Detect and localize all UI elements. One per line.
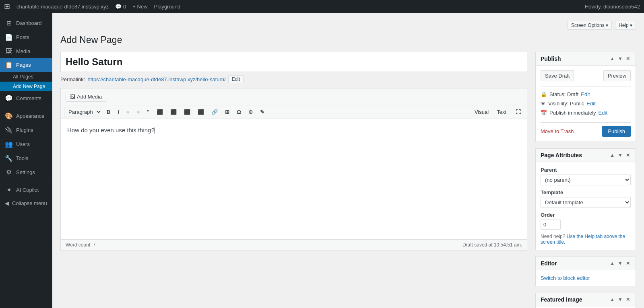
help-tab-link[interactable]: Use the Help tab above the screen title.	[541, 234, 625, 245]
admin-bar: ⊞ charitable-macaque-dfde87.instawp.xyz …	[0, 0, 644, 13]
fullscreen-button[interactable]: ⛶	[513, 107, 524, 117]
sidebar-item-ai-copilot[interactable]: ✦ AI Copilot	[0, 183, 52, 197]
collapse-down-icon-4[interactable]: ▼	[617, 297, 623, 302]
add-media-icon: 🖼	[70, 94, 75, 100]
status-label: Status: Draft	[549, 91, 578, 97]
editor-toolbar: Paragraph B I ≡ ≡ " ⬛ ⬛ ⬛ ⬛ 🔗 ⊞ Ω	[60, 105, 527, 119]
main-wrapper: ⊞ Dashboard 📄 Posts 🖼 Media 📋 Pages All …	[0, 13, 644, 308]
sidebar-item-label: AI Copilot	[16, 187, 39, 193]
publish-button[interactable]: Publish	[602, 126, 631, 137]
publish-info: 🔒 Status: Draft Edit 👁 Visibility: Publi…	[541, 86, 631, 117]
close-box-icon[interactable]: ✕	[625, 56, 631, 62]
sidebar-item-dashboard[interactable]: ⊞ Dashboard	[0, 16, 52, 30]
screen-options-button[interactable]: Screen Options ▾	[568, 21, 612, 30]
editor-box-header: Editor ▲ ▼ ✕	[536, 257, 636, 270]
close-box-icon-2[interactable]: ✕	[625, 152, 631, 158]
settings-icon: ⚙	[5, 168, 13, 176]
sidebar-item-label: Posts	[16, 34, 29, 40]
close-box-icon-3[interactable]: ✕	[625, 261, 631, 266]
save-draft-button[interactable]: Save Draft	[541, 70, 574, 81]
help-button[interactable]: Help ▾	[615, 21, 636, 30]
switch-to-block-editor-link[interactable]: Switch to block editor	[541, 275, 590, 281]
sidebar-item-plugins[interactable]: 🔌 Plugins	[0, 123, 52, 137]
link-button[interactable]: 🔗	[208, 107, 221, 117]
sidebar-item-media[interactable]: 🖼 Media	[0, 44, 52, 58]
page-title: Add New Page	[60, 35, 636, 45]
italic-button[interactable]: I	[115, 107, 122, 117]
template-select[interactable]: Default template	[541, 197, 631, 208]
special-chars-button[interactable]: Ω	[234, 107, 244, 117]
visibility-edit-link[interactable]: Edit	[586, 101, 595, 107]
status-edit-link[interactable]: Edit	[581, 91, 590, 97]
playground-link[interactable]: Playground	[154, 4, 181, 10]
status-row: 🔒 Status: Draft Edit	[541, 90, 631, 99]
collapse-down-icon-3[interactable]: ▼	[617, 261, 623, 266]
sidebar-item-posts[interactable]: 📄 Posts	[0, 30, 52, 44]
publish-time-edit-link[interactable]: Edit	[599, 110, 607, 116]
close-box-icon-4[interactable]: ✕	[625, 297, 631, 302]
admin-sidebar: ⊞ Dashboard 📄 Posts 🖼 Media 📋 Pages All …	[0, 13, 52, 308]
edit-icon-button[interactable]: ✎	[257, 107, 267, 117]
add-media-button[interactable]: 🖼 Add Media	[66, 92, 106, 102]
sidebar-item-label: Appearance	[16, 113, 44, 119]
table-button[interactable]: ⊞	[222, 107, 232, 117]
tools-icon: 🔧	[5, 154, 13, 162]
sidebar-item-appearance[interactable]: 🎨 Appearance	[0, 109, 52, 123]
sidebar-item-comments[interactable]: 💬 Comments	[0, 91, 52, 105]
editor-content-area[interactable]: How do you even use this thing?	[60, 119, 527, 239]
order-input[interactable]: 0	[541, 220, 561, 230]
bold-button[interactable]: B	[104, 107, 113, 117]
tab-visual[interactable]: Visual	[471, 107, 492, 117]
media-icon: 🖼	[5, 47, 13, 55]
collapse-up-icon[interactable]: ▲	[609, 56, 615, 62]
permalink-edit-button[interactable]: Edit	[228, 75, 244, 83]
text-cursor	[155, 127, 155, 133]
unordered-list-button[interactable]: ≡	[124, 107, 132, 117]
collapse-up-icon-3[interactable]: ▲	[609, 261, 615, 266]
sidebar-subitem-all-pages[interactable]: All Pages	[0, 72, 52, 82]
sidebar-subitem-add-new-page[interactable]: Add New Page	[0, 82, 52, 91]
editor-footer: Word count: 7 Draft saved at 10:54:51 am…	[60, 239, 527, 251]
align-center-button[interactable]: ⬛	[167, 107, 180, 117]
publish-time-row: 📅 Publish immediately Edit	[541, 108, 631, 117]
new-link[interactable]: + New	[132, 4, 147, 10]
collapse-menu-button[interactable]: ◀ Collapse menu	[0, 197, 52, 209]
post-title-input[interactable]: Hello Saturn	[60, 52, 527, 72]
sidebar-item-pages[interactable]: 📋 Pages	[0, 58, 52, 72]
users-icon: 👥	[5, 140, 13, 148]
collapse-down-icon[interactable]: ▼	[617, 56, 623, 62]
collapse-up-icon-2[interactable]: ▲	[609, 152, 615, 158]
featured-image-header: Featured image ▲ ▼ ✕	[536, 293, 636, 306]
parent-select[interactable]: (no parent)	[541, 175, 631, 185]
blockquote-button[interactable]: "	[144, 107, 152, 117]
align-left-button[interactable]: ⬛	[154, 107, 166, 117]
move-trash-link[interactable]: Move to Trash	[541, 128, 574, 134]
template-field: Template Default template	[541, 189, 631, 208]
page-attributes-header: Page Attributes ▲ ▼ ✕	[536, 149, 636, 162]
sidebar-item-label: Dashboard	[16, 20, 42, 26]
collapse-up-icon-4[interactable]: ▲	[609, 297, 615, 302]
appearance-icon: 🎨	[5, 112, 13, 120]
menu-separator-2	[0, 181, 52, 181]
justify-button[interactable]: ⬛	[195, 107, 207, 117]
comments-link[interactable]: 💬 0	[115, 4, 126, 10]
sidebar-item-tools[interactable]: 🔧 Tools	[0, 151, 52, 165]
permalink-url[interactable]: https://charitable-macaque-dfde87.instaw…	[87, 76, 225, 82]
collapse-down-icon-2[interactable]: ▼	[617, 152, 623, 158]
sidebar-item-settings[interactable]: ⚙ Settings	[0, 165, 52, 179]
site-name[interactable]: charitable-macaque-dfde87.instawp.xyz	[17, 4, 109, 10]
embed-button[interactable]: ⊙	[246, 107, 256, 117]
align-right-button[interactable]: ⬛	[181, 107, 193, 117]
sidebar-item-label: Users	[16, 141, 30, 147]
editor-box: Editor ▲ ▼ ✕ Switch to block editor	[535, 257, 636, 286]
add-media-label: Add Media	[77, 94, 102, 100]
add-media-bar: 🖼 Add Media	[60, 88, 527, 105]
preview-button[interactable]: Preview	[603, 70, 631, 81]
ordered-list-button[interactable]: ≡	[134, 107, 143, 117]
format-select[interactable]: Paragraph	[64, 107, 102, 117]
permalink-label: Permalink:	[60, 76, 85, 82]
wp-logo[interactable]: ⊞	[4, 2, 10, 11]
sidebar-item-users[interactable]: 👥 Users	[0, 137, 52, 151]
publish-box-controls: ▲ ▼ ✕	[609, 56, 631, 62]
tab-text[interactable]: Text	[493, 107, 510, 117]
